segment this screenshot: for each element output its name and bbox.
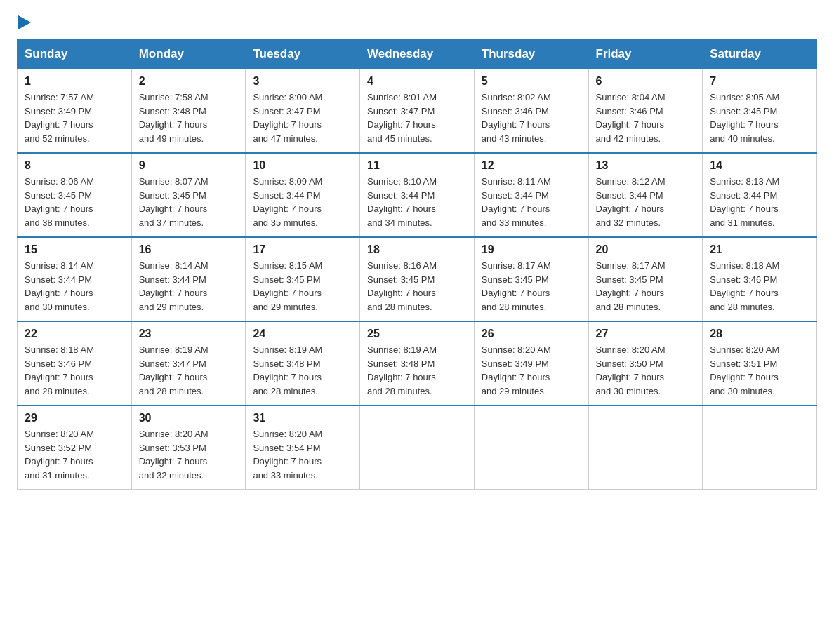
day-cell-6: 6Sunrise: 8:04 AMSunset: 3:46 PMDaylight… [588,69,703,153]
day-info: Sunrise: 7:58 AMSunset: 3:48 PMDaylight:… [139,90,239,145]
day-cell-21: 21Sunrise: 8:18 AMSunset: 3:46 PMDayligh… [703,237,817,321]
day-cell-30: 30Sunrise: 8:20 AMSunset: 3:53 PMDayligh… [131,405,246,490]
day-info: Sunrise: 8:10 AMSunset: 3:44 PMDaylight:… [367,175,467,229]
day-number: 11 [367,159,467,172]
day-number: 18 [367,243,467,256]
day-number: 20 [596,243,696,256]
day-info: Sunrise: 8:16 AMSunset: 3:45 PMDaylight:… [367,259,467,314]
logo [17,17,31,28]
page-header [17,17,817,28]
day-cell-19: 19Sunrise: 8:17 AMSunset: 3:45 PMDayligh… [474,237,588,321]
day-info: Sunrise: 8:11 AMSunset: 3:44 PMDaylight:… [482,175,581,229]
day-info: Sunrise: 8:18 AMSunset: 3:46 PMDaylight:… [710,259,809,314]
day-info: Sunrise: 8:02 AMSunset: 3:46 PMDaylight:… [482,90,581,145]
day-info: Sunrise: 8:06 AMSunset: 3:45 PMDaylight:… [25,175,124,229]
day-number: 8 [25,159,124,172]
day-number: 2 [139,75,239,88]
day-info: Sunrise: 8:05 AMSunset: 3:45 PMDaylight:… [710,90,809,145]
day-number: 12 [482,159,581,172]
header-thursday: Thursday [474,40,588,69]
week-row-2: 8Sunrise: 8:06 AMSunset: 3:45 PMDaylight… [18,153,817,237]
day-info: Sunrise: 8:15 AMSunset: 3:45 PMDaylight:… [253,259,352,314]
day-number: 9 [139,159,239,172]
day-number: 1 [25,75,124,88]
day-info: Sunrise: 8:20 AMSunset: 3:49 PMDaylight:… [482,343,581,398]
week-row-1: 1Sunrise: 7:57 AMSunset: 3:49 PMDaylight… [18,69,817,153]
day-info: Sunrise: 8:19 AMSunset: 3:48 PMDaylight:… [253,343,352,398]
day-info: Sunrise: 8:20 AMSunset: 3:54 PMDaylight:… [253,427,352,482]
day-info: Sunrise: 8:20 AMSunset: 3:52 PMDaylight:… [25,427,124,482]
day-cell-16: 16Sunrise: 8:14 AMSunset: 3:44 PMDayligh… [131,237,246,321]
day-number: 7 [710,75,809,88]
day-info: Sunrise: 8:07 AMSunset: 3:45 PMDaylight:… [139,175,239,229]
day-number: 13 [596,159,696,172]
day-cell-20: 20Sunrise: 8:17 AMSunset: 3:45 PMDayligh… [588,237,703,321]
svg-marker-0 [18,15,31,29]
day-cell-2: 2Sunrise: 7:58 AMSunset: 3:48 PMDaylight… [131,69,246,153]
header-wednesday: Wednesday [360,40,475,69]
day-number: 10 [253,159,352,172]
day-info: Sunrise: 8:17 AMSunset: 3:45 PMDaylight:… [596,259,696,314]
empty-cell [360,405,475,490]
day-info: Sunrise: 8:09 AMSunset: 3:44 PMDaylight:… [253,175,352,229]
day-cell-12: 12Sunrise: 8:11 AMSunset: 3:44 PMDayligh… [474,153,588,237]
calendar-header-row: SundayMondayTuesdayWednesdayThursdayFrid… [18,40,817,69]
day-number: 19 [482,243,581,256]
day-number: 5 [482,75,581,88]
day-cell-25: 25Sunrise: 8:19 AMSunset: 3:48 PMDayligh… [360,321,475,405]
day-number: 16 [139,243,239,256]
empty-cell [703,405,817,490]
week-row-4: 22Sunrise: 8:18 AMSunset: 3:46 PMDayligh… [18,321,817,405]
day-number: 22 [25,328,124,340]
logo-triangle-icon [18,15,31,29]
day-info: Sunrise: 8:20 AMSunset: 3:50 PMDaylight:… [596,343,696,398]
empty-cell [474,405,588,490]
day-cell-28: 28Sunrise: 8:20 AMSunset: 3:51 PMDayligh… [703,321,817,405]
day-number: 6 [596,75,696,88]
day-cell-3: 3Sunrise: 8:00 AMSunset: 3:47 PMDaylight… [246,69,360,153]
day-info: Sunrise: 8:04 AMSunset: 3:46 PMDaylight:… [596,90,696,145]
day-info: Sunrise: 8:12 AMSunset: 3:44 PMDaylight:… [596,175,696,229]
day-cell-29: 29Sunrise: 8:20 AMSunset: 3:52 PMDayligh… [18,405,132,490]
day-cell-23: 23Sunrise: 8:19 AMSunset: 3:47 PMDayligh… [131,321,246,405]
calendar-table: SundayMondayTuesdayWednesdayThursdayFrid… [17,39,817,490]
day-info: Sunrise: 8:00 AMSunset: 3:47 PMDaylight:… [253,90,352,145]
day-info: Sunrise: 8:20 AMSunset: 3:51 PMDaylight:… [710,343,809,398]
day-number: 14 [710,159,809,172]
day-info: Sunrise: 8:19 AMSunset: 3:48 PMDaylight:… [367,343,467,398]
day-info: Sunrise: 8:17 AMSunset: 3:45 PMDaylight:… [482,259,581,314]
day-cell-27: 27Sunrise: 8:20 AMSunset: 3:50 PMDayligh… [588,321,703,405]
day-cell-24: 24Sunrise: 8:19 AMSunset: 3:48 PMDayligh… [246,321,360,405]
day-info: Sunrise: 8:14 AMSunset: 3:44 PMDaylight:… [139,259,239,314]
day-number: 23 [139,328,239,340]
day-cell-18: 18Sunrise: 8:16 AMSunset: 3:45 PMDayligh… [360,237,475,321]
day-number: 28 [710,328,809,340]
day-number: 27 [596,328,696,340]
day-cell-22: 22Sunrise: 8:18 AMSunset: 3:46 PMDayligh… [18,321,132,405]
day-info: Sunrise: 8:01 AMSunset: 3:47 PMDaylight:… [367,90,467,145]
header-tuesday: Tuesday [246,40,360,69]
day-cell-9: 9Sunrise: 8:07 AMSunset: 3:45 PMDaylight… [131,153,246,237]
day-info: Sunrise: 7:57 AMSunset: 3:49 PMDaylight:… [25,90,124,145]
day-info: Sunrise: 8:20 AMSunset: 3:53 PMDaylight:… [139,427,239,482]
day-number: 25 [367,328,467,340]
day-cell-31: 31Sunrise: 8:20 AMSunset: 3:54 PMDayligh… [246,405,360,490]
day-cell-10: 10Sunrise: 8:09 AMSunset: 3:44 PMDayligh… [246,153,360,237]
day-info: Sunrise: 8:18 AMSunset: 3:46 PMDaylight:… [25,343,124,398]
day-number: 26 [482,328,581,340]
day-number: 24 [253,328,352,340]
day-cell-17: 17Sunrise: 8:15 AMSunset: 3:45 PMDayligh… [246,237,360,321]
day-number: 3 [253,75,352,88]
day-number: 17 [253,243,352,256]
header-friday: Friday [588,40,703,69]
day-cell-11: 11Sunrise: 8:10 AMSunset: 3:44 PMDayligh… [360,153,475,237]
empty-cell [588,405,703,490]
week-row-5: 29Sunrise: 8:20 AMSunset: 3:52 PMDayligh… [18,405,817,490]
week-row-3: 15Sunrise: 8:14 AMSunset: 3:44 PMDayligh… [18,237,817,321]
day-cell-1: 1Sunrise: 7:57 AMSunset: 3:49 PMDaylight… [18,69,132,153]
day-cell-7: 7Sunrise: 8:05 AMSunset: 3:45 PMDaylight… [703,69,817,153]
day-cell-4: 4Sunrise: 8:01 AMSunset: 3:47 PMDaylight… [360,69,475,153]
day-number: 15 [25,243,124,256]
day-info: Sunrise: 8:19 AMSunset: 3:47 PMDaylight:… [139,343,239,398]
day-cell-15: 15Sunrise: 8:14 AMSunset: 3:44 PMDayligh… [18,237,132,321]
